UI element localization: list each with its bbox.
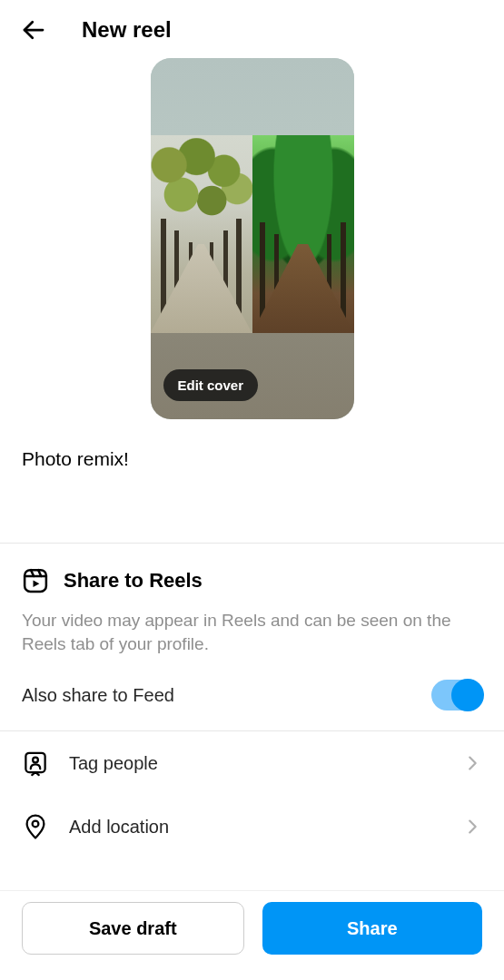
save-draft-button[interactable]: Save draft xyxy=(22,902,244,955)
options-list: Tag people Add location xyxy=(0,731,504,858)
cover-preview[interactable]: Edit cover xyxy=(151,58,354,419)
caption-input[interactable]: Photo remix! xyxy=(0,419,504,470)
footer: Save draft Share xyxy=(0,890,504,980)
add-location-label: Add location xyxy=(69,817,442,838)
also-share-to-feed-row: Also share to Feed xyxy=(22,680,482,710)
edit-cover-button[interactable]: Edit cover xyxy=(163,369,259,401)
back-button[interactable] xyxy=(18,15,49,45)
chevron-right-icon xyxy=(462,817,482,837)
share-button[interactable]: Share xyxy=(262,902,483,955)
share-to-reels-title: Share to Reels xyxy=(64,569,203,593)
location-pin-icon xyxy=(22,813,49,840)
svg-rect-1 xyxy=(25,570,46,592)
person-tag-icon xyxy=(22,750,49,777)
arrow-left-icon xyxy=(20,16,47,44)
header: New reel xyxy=(0,0,504,54)
share-to-reels-description: Your video may appear in Reels and can b… xyxy=(22,609,482,656)
cover-bg-top xyxy=(151,58,354,135)
reels-icon xyxy=(22,567,49,594)
cover-preview-wrap: Edit cover xyxy=(0,58,504,419)
svg-point-6 xyxy=(33,758,38,763)
svg-point-7 xyxy=(33,821,39,828)
page-title: New reel xyxy=(82,17,172,43)
share-to-reels-section: Share to Reels Your video may appear in … xyxy=(0,544,504,730)
also-share-to-feed-label: Also share to Feed xyxy=(22,685,174,706)
tag-people-label: Tag people xyxy=(69,753,442,774)
cover-image xyxy=(151,135,354,333)
chevron-right-icon xyxy=(462,753,482,773)
toggle-knob xyxy=(451,679,484,711)
cover-image-left xyxy=(151,135,252,333)
add-location-row[interactable]: Add location xyxy=(0,795,504,858)
cover-image-right xyxy=(252,135,354,333)
tag-people-row[interactable]: Tag people xyxy=(0,731,504,795)
also-share-to-feed-toggle[interactable] xyxy=(431,680,482,710)
